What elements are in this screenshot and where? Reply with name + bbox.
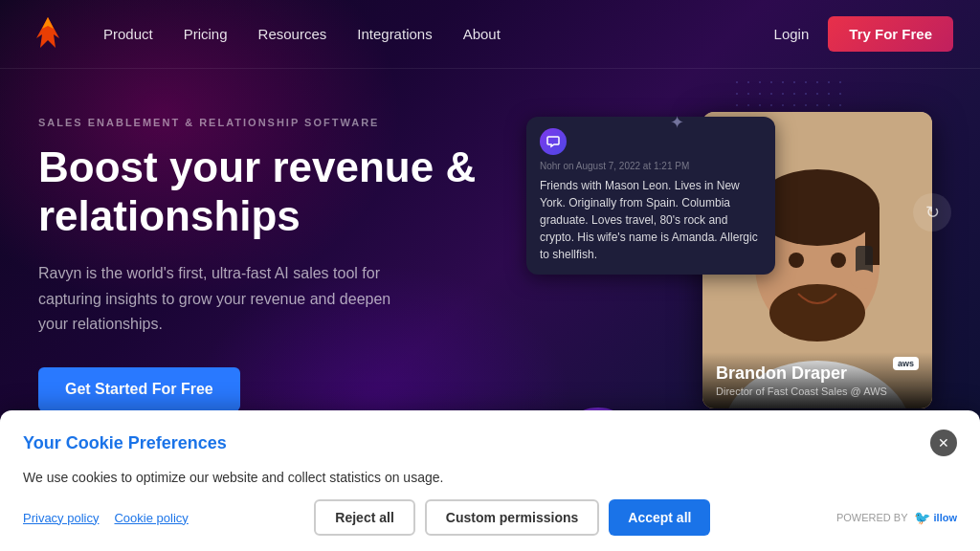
cookie-links: Privacy policy Cookie policy	[23, 511, 189, 525]
hero-subtitle: Ravyn is the world's first, ultra-fast A…	[38, 261, 421, 337]
profile-title: Director of Fast Coast Sales @ AWS	[716, 386, 919, 397]
nav-resources[interactable]: Resources	[258, 26, 327, 42]
illow-logo: 🐦 illow	[914, 510, 957, 525]
illow-brand: illow	[934, 512, 957, 523]
cookie-header: Your Cookie Preferences ✕	[23, 430, 957, 456]
cookie-policy-link[interactable]: Cookie policy	[114, 511, 188, 525]
star-decoration: ✦	[670, 112, 684, 133]
custom-permissions-button[interactable]: Custom permissions	[425, 499, 599, 536]
logo[interactable]	[27, 11, 103, 57]
hero-title: Boost your revenue & relationships	[38, 143, 498, 240]
accept-all-button[interactable]: Accept all	[609, 499, 710, 536]
nav-product[interactable]: Product	[103, 26, 153, 42]
nav-cta-button[interactable]: Try For Free	[828, 16, 953, 52]
illow-bird-icon: 🐦	[914, 510, 930, 525]
chat-text: Friends with Mason Leon. Lives in New Yo…	[540, 177, 762, 263]
cookie-banner: Your Cookie Preferences ✕ We use cookies…	[0, 410, 980, 551]
hero-eyebrow: SALES ENABLEMENT & RELATIONSHIP SOFTWARE	[38, 117, 498, 128]
profile-name: Brandon Draper	[716, 364, 919, 384]
login-link[interactable]: Login	[774, 26, 810, 42]
cookie-body: We use cookies to optimize our website a…	[23, 468, 957, 488]
cookie-buttons: Reject all Custom permissions Accept all	[314, 499, 710, 536]
cookie-powered-by: POWERED BY 🐦 illow	[836, 510, 957, 525]
nav-integrations[interactable]: Integrations	[357, 26, 432, 42]
reject-all-button[interactable]: Reject all	[314, 499, 414, 536]
privacy-policy-link[interactable]: Privacy policy	[23, 511, 99, 525]
powered-by-text: POWERED BY	[836, 512, 908, 523]
nav-about[interactable]: About	[463, 26, 501, 42]
chat-bubble: Nohr on August 7, 2022 at 1:21 PM Friend…	[526, 117, 775, 275]
cookie-close-button[interactable]: ✕	[930, 430, 957, 456]
refresh-icon[interactable]: ↻	[913, 193, 951, 231]
chat-icon	[540, 128, 567, 155]
svg-point-14	[850, 270, 877, 289]
svg-point-11	[789, 253, 804, 268]
nav-right: Login Try For Free	[774, 16, 953, 52]
navbar: Product Pricing Resources Integrations A…	[0, 0, 980, 69]
hero-cta-button[interactable]: Get Started For Free	[38, 367, 240, 411]
svg-point-10	[769, 284, 865, 342]
cookie-title: Your Cookie Preferences	[23, 433, 227, 453]
nav-pricing[interactable]: Pricing	[184, 26, 228, 42]
nav-links: Product Pricing Resources Integrations A…	[103, 26, 774, 42]
svg-point-12	[831, 253, 846, 268]
chat-label: Nohr on August 7, 2022 at 1:21 PM	[540, 161, 762, 171]
aws-badge: aws	[893, 357, 919, 370]
cookie-actions: Privacy policy Cookie policy Reject all …	[23, 499, 957, 536]
